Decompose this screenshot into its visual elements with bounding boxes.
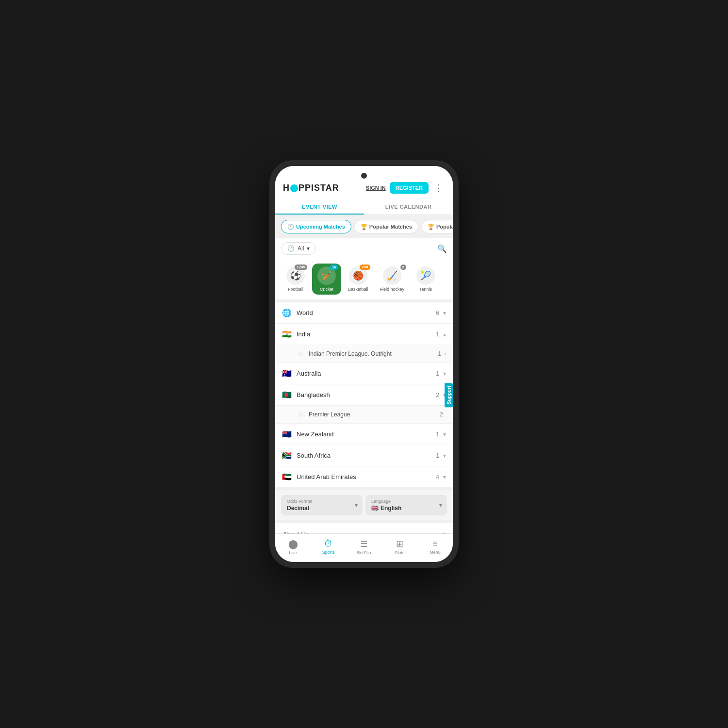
- sports-icon: ⏱: [324, 539, 333, 549]
- hockey-badge: 2: [400, 265, 406, 270]
- nz-chevron-icon: ▾: [443, 431, 446, 438]
- logo-dot: [290, 184, 298, 192]
- odds-chevron-icon: ▾: [355, 502, 358, 509]
- uae-flag-icon: 🇦🇪: [282, 472, 292, 481]
- slots-icon: ⊞: [396, 539, 403, 549]
- register-button[interactable]: REGISTER: [390, 182, 429, 194]
- search-icon: 🔍: [437, 245, 447, 253]
- all-dropdown[interactable]: 🕐 All ▾: [281, 242, 316, 255]
- clock-filter-icon: 🕐: [287, 245, 295, 252]
- bangladesh-flag-icon: 🇧🇩: [282, 390, 292, 399]
- league-ipl[interactable]: ☆ Indian Premier League. Outright 1 ›: [275, 345, 453, 363]
- hockey-icon: 🏑: [383, 266, 401, 285]
- nav-menu[interactable]: ≡ Menu: [417, 537, 453, 557]
- header: HPPISTAR SIGN IN REGISTER ⋮: [275, 166, 453, 199]
- uae-chevron-icon: ▾: [443, 474, 446, 480]
- sports-row: 1249 ⚽ Football 16 🏏 Cricket 208 🏀 Baske…: [275, 259, 453, 299]
- language-dropdown[interactable]: Language 🇬🇧 English ▾: [365, 495, 447, 515]
- upcoming-icon: 🕐: [287, 223, 294, 230]
- main-content: 🕐 Upcoming Matches 🏆 Popular Matches 🏆 P…: [275, 215, 453, 533]
- cricket-badge: 16: [330, 265, 338, 270]
- phone-screen: HPPISTAR SIGN IN REGISTER ⋮ EVENT VIEW L…: [275, 166, 453, 562]
- sa-flag-icon: 🇿🇦: [282, 451, 292, 460]
- nav-live[interactable]: ⬤ Live: [275, 537, 311, 557]
- sa-chevron-icon: ▾: [443, 452, 446, 459]
- nav-betslip[interactable]: ☰ BetSlip: [346, 537, 381, 557]
- sport-cricket[interactable]: 16 🏏 Cricket: [312, 264, 341, 295]
- country-south-africa[interactable]: 🇿🇦 South Africa 1 ▾: [275, 445, 453, 466]
- tab-popular-competitions[interactable]: 🏆 Popular c...: [421, 220, 453, 233]
- sign-in-button[interactable]: SIGN IN: [366, 185, 386, 191]
- sport-field-hockey[interactable]: 2 🏑 Field hockey: [375, 264, 410, 295]
- language-flag-icon: 🇬🇧: [371, 505, 379, 512]
- league-premier-league[interactable]: ☆ Premier League 2: [275, 406, 453, 424]
- about-us-row[interactable]: About Us ▾: [275, 523, 453, 533]
- popular2-icon: 🏆: [428, 223, 434, 230]
- camera-notch: [361, 173, 367, 179]
- header-right: SIGN IN REGISTER ⋮: [366, 182, 445, 194]
- country-uae[interactable]: 🇦🇪 United Arab Emirates 4 ▾: [275, 466, 453, 487]
- world-chevron-icon: ▾: [443, 310, 446, 316]
- logo: HPPISTAR: [283, 183, 339, 193]
- premier-star-icon: ☆: [298, 411, 304, 418]
- country-australia[interactable]: 🇦🇺 Australia 1 ▾: [275, 363, 453, 384]
- nz-flag-icon: 🇳🇿: [282, 430, 292, 439]
- search-button[interactable]: 🔍: [437, 244, 447, 253]
- dropdown-chevron-icon: ▾: [307, 245, 310, 252]
- sport-football[interactable]: 1249 ⚽ Football: [281, 264, 310, 295]
- live-icon: ⬤: [288, 539, 298, 549]
- match-tabs: 🕐 Upcoming Matches 🏆 Popular Matches 🏆 P…: [275, 215, 453, 238]
- india-chevron-icon: ▴: [443, 331, 446, 338]
- support-tab[interactable]: Support: [445, 382, 453, 407]
- ipl-star-icon: ☆: [298, 350, 304, 358]
- tab-live-calendar[interactable]: LIVE CALENDAR: [364, 199, 453, 215]
- menu-dots-icon[interactable]: ⋮: [432, 182, 445, 194]
- menu-icon: ≡: [432, 539, 438, 549]
- tab-popular-matches[interactable]: 🏆 Popular Matches: [354, 220, 418, 233]
- footer-section: About Us ▾ Help/FAQ ▾: [275, 523, 453, 533]
- country-india[interactable]: 🇮🇳 India 1 ▴: [275, 324, 453, 345]
- odds-format-dropdown[interactable]: Odds Format Decimal ▾: [281, 495, 363, 515]
- bottom-nav: ⬤ Live ⏱ Sports ☰ BetSlip ⊞ Slots ≡ Menu: [275, 533, 453, 562]
- sport-tennis[interactable]: 🎾 Tennis: [411, 264, 440, 295]
- tab-upcoming-matches[interactable]: 🕐 Upcoming Matches: [281, 220, 351, 233]
- language-chevron-icon: ▾: [439, 502, 442, 509]
- country-world[interactable]: 🌐 World 6 ▾: [275, 302, 453, 324]
- ipl-arrow-icon: ›: [444, 350, 446, 357]
- tab-event-view[interactable]: EVENT VIEW: [275, 199, 364, 215]
- betslip-icon: ☰: [360, 539, 368, 549]
- basketball-badge: 208: [360, 265, 370, 270]
- australia-flag-icon: 🇦🇺: [282, 369, 292, 378]
- tennis-icon: 🎾: [416, 266, 435, 285]
- world-globe-icon: 🌐: [282, 308, 292, 317]
- country-list: Support 🌐 World 6 ▾ 🇮🇳 India 1 ▴: [275, 302, 453, 487]
- nav-sports[interactable]: ⏱ Sports: [311, 537, 346, 557]
- main-tabs: EVENT VIEW LIVE CALENDAR: [275, 199, 453, 215]
- about-chevron-icon: ▾: [442, 530, 445, 533]
- popular-icon: 🏆: [361, 223, 367, 230]
- india-flag-icon: 🇮🇳: [282, 330, 292, 339]
- filter-bar: 🕐 All ▾ 🔍: [275, 238, 453, 259]
- phone-shell: HPPISTAR SIGN IN REGISTER ⋮ EVENT VIEW L…: [269, 160, 459, 568]
- country-bangladesh[interactable]: 🇧🇩 Bangladesh 2 ▾: [275, 384, 453, 406]
- country-new-zealand[interactable]: 🇳🇿 New Zealand 1 ▾: [275, 424, 453, 445]
- football-badge: 1249: [295, 265, 307, 270]
- settings-bar: Odds Format Decimal ▾ Language 🇬🇧 Englis…: [275, 490, 453, 520]
- nav-slots[interactable]: ⊞ Slots: [382, 537, 417, 557]
- sport-basketball[interactable]: 208 🏀 Basketball: [343, 264, 373, 295]
- australia-chevron-icon: ▾: [443, 370, 446, 377]
